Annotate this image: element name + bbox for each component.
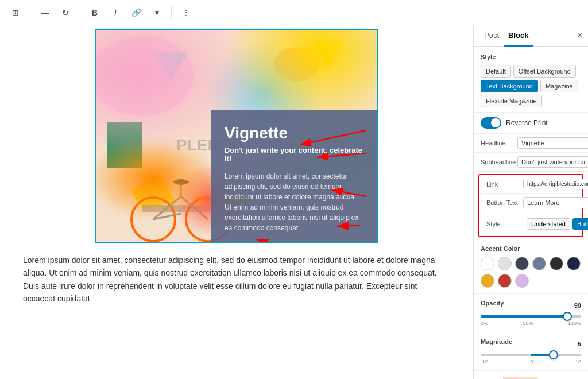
style-text-background-btn[interactable]: Text Background xyxy=(481,80,538,92)
toolbar-link-button[interactable]: 🔗 xyxy=(127,4,145,21)
vignette-overlay: Vignette Don't just write your content, … xyxy=(211,110,377,242)
swatch-medium-slate[interactable] xyxy=(532,257,546,270)
opacity-section: Opacity 90 0% 50% 100% xyxy=(474,294,588,332)
style-offset-btn[interactable]: Offset Background xyxy=(513,65,576,78)
style-section-label: Style xyxy=(481,53,581,60)
swatch-navy[interactable] xyxy=(567,257,581,270)
button-style-options: Understated Button xyxy=(523,216,588,232)
button-text-label: Button Text xyxy=(486,199,520,206)
subheadline-row: Subheadline xyxy=(474,153,588,172)
toolbar-more-dropdown[interactable]: ▾ xyxy=(148,4,165,21)
svg-marker-6 xyxy=(130,173,176,208)
swatch-light-gray[interactable] xyxy=(498,257,512,270)
body-paragraph: Lorem ipsum dolor sit amet, consectetur … xyxy=(23,254,450,305)
svg-point-10 xyxy=(131,198,175,241)
svg-line-16 xyxy=(153,214,181,219)
button-style-row: Style Understated Button xyxy=(479,212,582,236)
toolbar-dash-icon[interactable]: — xyxy=(36,4,53,21)
style-magazine-btn[interactable]: Magazine xyxy=(540,80,578,92)
image-thumb-section: Image xyxy=(474,371,588,379)
swatch-red[interactable] xyxy=(498,274,512,288)
editor-area: PLEROOT 2016 Vignette Don't just write y… xyxy=(0,25,473,379)
style-buttons-group: Default Offset Background Text Backgroun… xyxy=(481,65,581,107)
toolbar-separator-2 xyxy=(80,6,80,19)
vignette-title: Vignette xyxy=(225,124,363,142)
svg-marker-4 xyxy=(153,53,188,82)
headline-row: Headline xyxy=(474,134,588,153)
color-swatches xyxy=(481,257,581,288)
button-style-label: Style xyxy=(486,221,520,227)
toolbar-grid-icon[interactable]: ⊞ xyxy=(7,4,24,21)
svg-rect-3 xyxy=(107,122,142,168)
understated-button[interactable]: Understated xyxy=(527,218,570,230)
style-flexible-magazine-btn[interactable]: Flexible Magazine xyxy=(481,95,542,107)
magnitude-section: Magnitude 5 -10 0 10 xyxy=(474,332,588,371)
opacity-max-label: 100% xyxy=(568,320,581,326)
vignette-body: Lorem ipsum dolor sit amet, consectetur … xyxy=(225,171,363,233)
svg-line-13 xyxy=(181,196,208,219)
svg-marker-2 xyxy=(314,41,343,70)
link-label: Link xyxy=(486,181,520,188)
svg-point-1 xyxy=(96,36,194,116)
headline-input[interactable] xyxy=(517,137,588,149)
button-text-input[interactable] xyxy=(523,197,588,208)
opacity-slider-labels: 0% 50% 100% xyxy=(481,320,581,326)
headline-label: Headline xyxy=(481,140,514,146)
toolbar-separator-3 xyxy=(171,6,172,19)
link-row: Link xyxy=(479,175,582,194)
mag-max-label: 10 xyxy=(575,359,581,365)
swatch-amber[interactable] xyxy=(481,274,494,288)
editor-body-text: Lorem ipsum dolor sit amet, consectetur … xyxy=(0,242,473,317)
reverse-print-label: Reverse Print xyxy=(506,119,548,127)
opacity-min-label: 0% xyxy=(481,320,488,326)
toolbar-bold-button[interactable]: B xyxy=(86,4,103,21)
image-thumbnail[interactable] xyxy=(503,377,537,379)
reverse-print-row: Reverse Print xyxy=(474,113,588,134)
subheadline-input[interactable] xyxy=(517,156,588,168)
tab-post[interactable]: Post xyxy=(479,25,504,47)
link-input[interactable] xyxy=(523,179,588,190)
accent-color-section: Accent Color xyxy=(474,239,588,294)
style-default-btn[interactable]: Default xyxy=(481,65,511,78)
opacity-value: 90 xyxy=(574,302,581,309)
opacity-label: Opacity xyxy=(481,300,504,307)
svg-point-17 xyxy=(174,179,188,185)
swatch-lavender[interactable] xyxy=(515,274,529,288)
toolbar-italic-button[interactable]: I xyxy=(107,4,124,21)
highlighted-link-section: Link Button Text Style Understated Butto… xyxy=(478,174,583,237)
toolbar-refresh-icon[interactable]: ↻ xyxy=(57,4,74,21)
magnitude-slider[interactable] xyxy=(481,354,581,356)
magnitude-value: 5 xyxy=(578,341,581,347)
mag-min-label: -10 xyxy=(481,359,488,365)
svg-line-12 xyxy=(153,196,181,219)
mural-image: PLEROOT 2016 Vignette Don't just write y… xyxy=(96,30,377,242)
magnitude-label: Magnitude xyxy=(481,338,512,345)
toolbar-separator-1 xyxy=(30,6,30,19)
tab-block[interactable]: Block xyxy=(504,25,533,47)
swatch-dark-slate[interactable] xyxy=(515,257,529,270)
magnitude-labels: -10 0 10 xyxy=(481,359,581,365)
panel-close-button[interactable]: × xyxy=(577,30,582,41)
svg-point-5 xyxy=(274,47,320,82)
subheadline-label: Subheadline xyxy=(481,158,514,165)
top-toolbar: ⊞ — ↻ B I 🔗 ▾ ⋮ xyxy=(0,0,588,25)
reverse-print-toggle[interactable] xyxy=(481,117,501,129)
accent-color-label: Accent Color xyxy=(481,245,581,252)
opacity-mid-label: 50% xyxy=(523,320,533,326)
panel-tabs: Post Block × xyxy=(474,25,588,47)
button-text-row: Button Text xyxy=(479,194,582,212)
swatch-white[interactable] xyxy=(481,257,494,270)
svg-rect-8 xyxy=(142,205,211,212)
style-section: Style Default Offset Background Text Bac… xyxy=(474,47,588,113)
right-panel: Post Block × Style Default Offset Backgr… xyxy=(473,25,588,379)
main-layout: PLEROOT 2016 Vignette Don't just write y… xyxy=(0,25,588,379)
image-block-wrapper: PLEROOT 2016 Vignette Don't just write y… xyxy=(96,30,377,242)
toolbar-options-button[interactable]: ⋮ xyxy=(177,4,195,21)
vignette-subtitle: Don't just write your content, celebrate… xyxy=(225,146,363,163)
button-style-button[interactable]: Button xyxy=(572,218,588,230)
opacity-slider[interactable] xyxy=(481,315,581,318)
swatch-near-black[interactable] xyxy=(550,257,563,270)
mag-mid-label: 0 xyxy=(530,359,533,365)
